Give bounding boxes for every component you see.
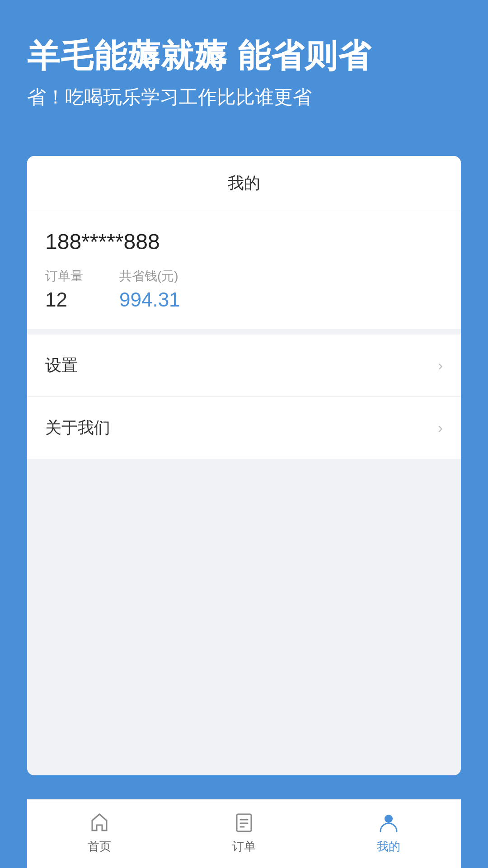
- bottom-navigation: 首页 订单 我的: [27, 799, 461, 868]
- phone-number: 188*****888: [45, 229, 443, 254]
- header-subtitle: 省！吃喝玩乐学习工作比比谁更省: [27, 84, 461, 111]
- orders-stat: 订单量 12: [45, 268, 83, 311]
- nav-item-orders[interactable]: 订单: [232, 811, 256, 854]
- about-label: 关于我们: [45, 417, 110, 439]
- stats-row: 订单量 12 共省钱(元) 994.31: [45, 268, 443, 311]
- empty-content-area: [27, 459, 461, 775]
- orders-label: 订单量: [45, 268, 83, 285]
- savings-value: 994.31: [119, 288, 180, 311]
- settings-label: 设置: [45, 354, 78, 377]
- nav-item-mine[interactable]: 我的: [377, 811, 400, 854]
- header-title: 羊毛能薅就薅 能省则省: [27, 36, 461, 75]
- card-title: 我的: [228, 174, 260, 192]
- about-menu-item[interactable]: 关于我们 ›: [27, 397, 461, 459]
- savings-label: 共省钱(元): [119, 268, 180, 285]
- about-chevron-icon: ›: [438, 420, 443, 436]
- menu-section: 设置 › 关于我们 ›: [27, 335, 461, 459]
- nav-mine-label: 我的: [377, 839, 400, 854]
- nav-orders-label: 订单: [232, 839, 256, 854]
- main-card: 我的 188*****888 订单量 12 共省钱(元) 994.31 设置 ›…: [27, 156, 461, 775]
- settings-menu-item[interactable]: 设置 ›: [27, 335, 461, 397]
- svg-point-4: [385, 815, 393, 823]
- orders-icon: [232, 811, 256, 834]
- mine-icon: [377, 811, 400, 834]
- orders-value: 12: [45, 288, 83, 311]
- nav-item-home[interactable]: 首页: [88, 811, 111, 854]
- nav-home-label: 首页: [88, 839, 111, 854]
- card-header: 我的: [27, 156, 461, 211]
- settings-chevron-icon: ›: [438, 357, 443, 374]
- profile-section: 188*****888 订单量 12 共省钱(元) 994.31: [27, 211, 461, 335]
- savings-stat: 共省钱(元) 994.31: [119, 268, 180, 311]
- home-icon: [88, 811, 111, 834]
- header-section: 羊毛能薅就薅 能省则省 省！吃喝玩乐学习工作比比谁更省: [0, 0, 488, 138]
